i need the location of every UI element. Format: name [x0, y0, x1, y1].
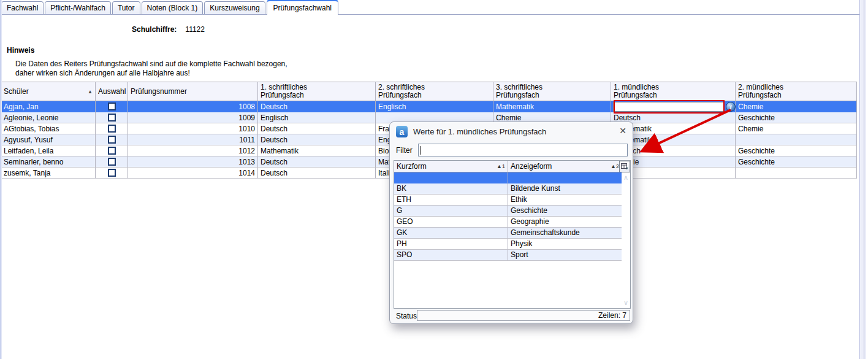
- cell-student-name[interactable]: Seminarler, benno: [1, 156, 96, 168]
- cell-auswahl: [96, 112, 128, 123]
- inline-edit-field[interactable]: [613, 102, 725, 112]
- status-label: Status: [396, 312, 417, 320]
- cell-1-schriftlich[interactable]: Deutsch: [258, 156, 376, 168]
- cell-pruefungsnummer[interactable]: 1010: [128, 123, 258, 134]
- tab-pflicht-wahlfach[interactable]: Pflicht-/Wahlfach: [45, 1, 111, 14]
- value-list-item[interactable]: BK Bildende Kunst: [394, 183, 630, 195]
- notice-text: Die Daten des Reiters Prüfungsfachwahl s…: [15, 60, 287, 78]
- row-checkbox[interactable]: [108, 114, 116, 122]
- cell-auswahl: [96, 145, 128, 156]
- cell-3-schriftlich[interactable]: Mathematik: [493, 101, 611, 112]
- cell-pruefungsnummer[interactable]: 1011: [128, 134, 258, 145]
- dialog-titlebar[interactable]: a Werte für 1. mündliches Prüfungsfach ✕: [390, 122, 633, 141]
- column-header-auswahl[interactable]: Auswahl: [96, 82, 128, 101]
- column-header-pruefungsnummer[interactable]: Prüfungsnummer: [128, 82, 258, 101]
- cell-1-schriftlich[interactable]: Deutsch: [258, 101, 376, 112]
- cell-pruefungsnummer[interactable]: 1012: [128, 145, 258, 156]
- column-header-schueler[interactable]: Schüler ▲: [1, 82, 96, 101]
- column-header-3-schriftlich[interactable]: 3. schriftlichesPrüfungsfach: [493, 82, 611, 101]
- column-header-1-muendlich[interactable]: 1. mündlichesPrüfungsfach: [611, 82, 736, 101]
- value-list-item[interactable]: GK Gemeinschaftskunde: [394, 228, 630, 239]
- scroll-up-icon[interactable]: ∧: [622, 174, 630, 182]
- cell-2-muendlich[interactable]: [736, 134, 857, 145]
- cell-2-muendlich[interactable]: Chemie: [736, 123, 857, 134]
- tab-tutor[interactable]: Tutor: [112, 1, 140, 14]
- cell-pruefungsnummer[interactable]: 1008: [128, 101, 258, 112]
- value-list-item[interactable]: [394, 172, 630, 183]
- tab-fachwahl[interactable]: Fachwahl: [1, 1, 44, 14]
- row-checkbox[interactable]: [108, 125, 116, 133]
- status-field: Zeilen: 7: [417, 310, 630, 321]
- app-logo-icon: a: [396, 126, 408, 137]
- row-checkbox[interactable]: [108, 169, 116, 177]
- scroll-down-icon[interactable]: ∨: [622, 299, 630, 307]
- cell-2-muendlich[interactable]: [736, 168, 857, 179]
- column-header-2-schriftlich[interactable]: 2. schriftlichesPrüfungsfach: [376, 82, 493, 101]
- tab-kurszuweisung[interactable]: Kurszuweisung: [204, 1, 265, 14]
- tab-noten-block-1[interactable]: Noten (Block 1): [142, 1, 204, 14]
- info-icon[interactable]: i: [726, 102, 736, 112]
- cell-auswahl: [96, 168, 128, 179]
- row-checkbox[interactable]: [108, 136, 116, 144]
- row-checkbox[interactable]: [108, 102, 116, 110]
- column-header-2-muendlich[interactable]: 2. mündlichesPrüfungsfach: [736, 82, 857, 101]
- schulchiffre-row: Schulchiffre:11122: [132, 25, 205, 34]
- cell-pruefungsnummer[interactable]: 1009: [128, 112, 258, 123]
- notice-line-2: daher wirken sich Änderungen auf alle Ha…: [15, 69, 287, 78]
- cell-student-name[interactable]: Agjan, Jan: [1, 101, 96, 112]
- value-list-item[interactable]: G Geschichte: [394, 206, 630, 217]
- cell-auswahl: [96, 134, 128, 145]
- filter-input[interactable]: [418, 144, 628, 156]
- value-list-item[interactable]: GEO Geographie: [394, 217, 630, 228]
- cell-pruefungsnummer[interactable]: 1014: [128, 168, 258, 179]
- rows-count: Zeilen: 7: [598, 311, 626, 320]
- column-chooser-icon: [621, 163, 628, 171]
- cell-2-muendlich[interactable]: Geschichte: [736, 112, 857, 123]
- cell-1-muendlich-editor[interactable]: [611, 101, 736, 112]
- cell-student-name[interactable]: zusemk, Tanja: [1, 168, 96, 179]
- sort-asc-2-icon: ▲2: [611, 163, 619, 169]
- application-window: Fachwahl Pflicht-/Wahlfach Tutor Noten (…: [0, 0, 868, 359]
- value-list-item[interactable]: ETH Ethik: [394, 195, 630, 206]
- cell-student-name[interactable]: Agyusuf, Yusuf: [1, 134, 96, 145]
- cell-student-name[interactable]: Agleonie, Leonie: [1, 112, 96, 123]
- row-checkbox[interactable]: [108, 158, 116, 166]
- cell-1-schriftlich[interactable]: Deutsch: [258, 134, 376, 145]
- dialog-title: Werte für 1. mündliches Prüfungsfach: [413, 127, 546, 136]
- cell-student-name[interactable]: AGtobias, Tobias: [1, 123, 96, 134]
- tab-pruefungsfachwahl[interactable]: Prüfungsfachwahl: [267, 0, 338, 15]
- cell-pruefungsnummer[interactable]: 1013: [128, 156, 258, 168]
- cell-student-name[interactable]: Leitfaden, Leila: [1, 145, 96, 156]
- sort-asc-1-icon: ▲1: [497, 163, 505, 169]
- filter-label: Filter: [396, 146, 413, 155]
- row-checkbox[interactable]: [108, 147, 116, 155]
- column-header-1-schriftlich[interactable]: 1. schriftlichesPrüfungsfach: [258, 82, 376, 101]
- cell-2-muendlich[interactable]: Geschichte: [736, 156, 857, 168]
- cell-auswahl: [96, 101, 128, 112]
- window-border-left: [0, 0, 2, 359]
- cell-auswahl: [96, 156, 128, 168]
- column-chooser-button[interactable]: [619, 161, 630, 172]
- text-caret: [421, 146, 421, 155]
- column-header-kurzform[interactable]: Kurzform ▲1: [394, 161, 508, 172]
- cell-auswahl: [96, 123, 128, 134]
- value-list-item[interactable]: SPO Sport: [394, 250, 630, 261]
- values-dialog: a Werte für 1. mündliches Prüfungsfach ✕…: [389, 122, 633, 324]
- students-table-header: Schüler ▲ Auswahl Prüfungsnummer 1. schr…: [1, 82, 857, 101]
- window-border-right: [859, 0, 866, 359]
- cell-2-schriftlich[interactable]: Englisch: [376, 101, 493, 112]
- cell-2-muendlich[interactable]: Geschichte: [736, 145, 857, 156]
- schulchiffre-value: 11122: [185, 25, 205, 34]
- list-scrollbar[interactable]: ∧ ∨: [622, 172, 630, 308]
- notice-line-1: Die Daten des Reiters Prüfungsfachwahl s…: [15, 60, 287, 69]
- values-list: Kurzform ▲1 Anzeigeform ▲2: [394, 160, 631, 309]
- cell-1-schriftlich[interactable]: Deutsch: [258, 168, 376, 179]
- cell-2-muendlich[interactable]: Chemie: [736, 101, 857, 112]
- close-icon[interactable]: ✕: [619, 126, 626, 135]
- cell-1-schriftlich[interactable]: Mathematik: [258, 145, 376, 156]
- cell-1-schriftlich[interactable]: Englisch: [258, 112, 376, 123]
- tab-bar: Fachwahl Pflicht-/Wahlfach Tutor Noten (…: [1, 0, 859, 15]
- cell-1-schriftlich[interactable]: Deutsch: [258, 123, 376, 134]
- column-header-anzeigeform[interactable]: Anzeigeform ▲2: [508, 161, 622, 172]
- value-list-item[interactable]: PH Physik: [394, 239, 630, 250]
